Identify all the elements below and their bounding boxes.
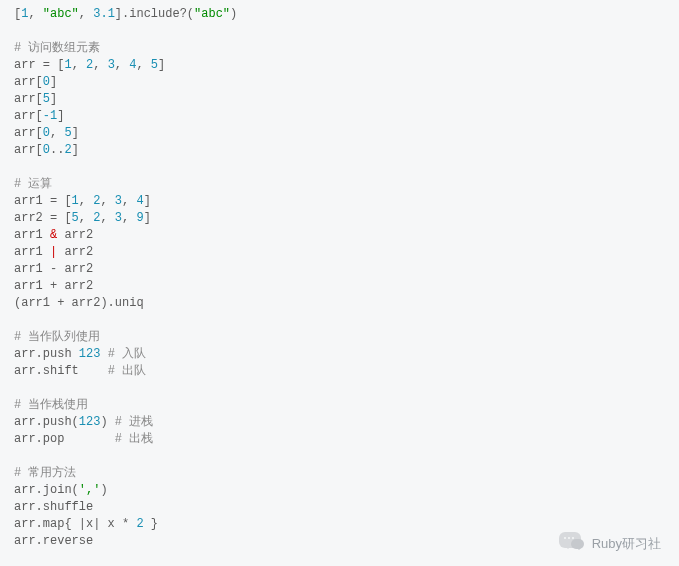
- code-line: arr.shift # 出队: [14, 363, 665, 380]
- code-line: arr1 & arr2: [14, 227, 665, 244]
- watermark: Ruby研习社: [557, 532, 661, 554]
- code-line: arr[5]: [14, 91, 665, 108]
- code-line: arr[0..2]: [14, 142, 665, 159]
- code-line: arr1 | arr2: [14, 244, 665, 261]
- chat-bubble-icon: [557, 532, 585, 554]
- code-line: arr[0, 5]: [14, 125, 665, 142]
- code-block: [1, "abc", 3.1].include?("abc") # 访问数组元素…: [0, 0, 679, 556]
- code-line: arr[-1]: [14, 108, 665, 125]
- code-line: arr1 = [1, 2, 3, 4]: [14, 193, 665, 210]
- code-line: arr.push(123) # 进栈: [14, 414, 665, 431]
- code-comment: # 当作队列使用: [14, 329, 665, 346]
- code-line: arr = [1, 2, 3, 4, 5]: [14, 57, 665, 74]
- code-comment: # 运算: [14, 176, 665, 193]
- code-line: arr2 = [5, 2, 3, 9]: [14, 210, 665, 227]
- code-line: [1, "abc", 3.1].include?("abc"): [14, 6, 665, 23]
- code-line: arr.pop # 出栈: [14, 431, 665, 448]
- code-line: (arr1 + arr2).uniq: [14, 295, 665, 312]
- code-line: arr[0]: [14, 74, 665, 91]
- code-line: arr.map{ |x| x * 2 }: [14, 516, 665, 533]
- code-line: arr.push 123 # 入队: [14, 346, 665, 363]
- code-line: arr1 - arr2: [14, 261, 665, 278]
- code-line: arr.join(','): [14, 482, 665, 499]
- watermark-label: Ruby研习社: [592, 535, 661, 552]
- code-comment: # 常用方法: [14, 465, 665, 482]
- code-line: arr1 + arr2: [14, 278, 665, 295]
- code-comment: # 当作栈使用: [14, 397, 665, 414]
- code-comment: # 访问数组元素: [14, 40, 665, 57]
- code-line: arr.shuffle: [14, 499, 665, 516]
